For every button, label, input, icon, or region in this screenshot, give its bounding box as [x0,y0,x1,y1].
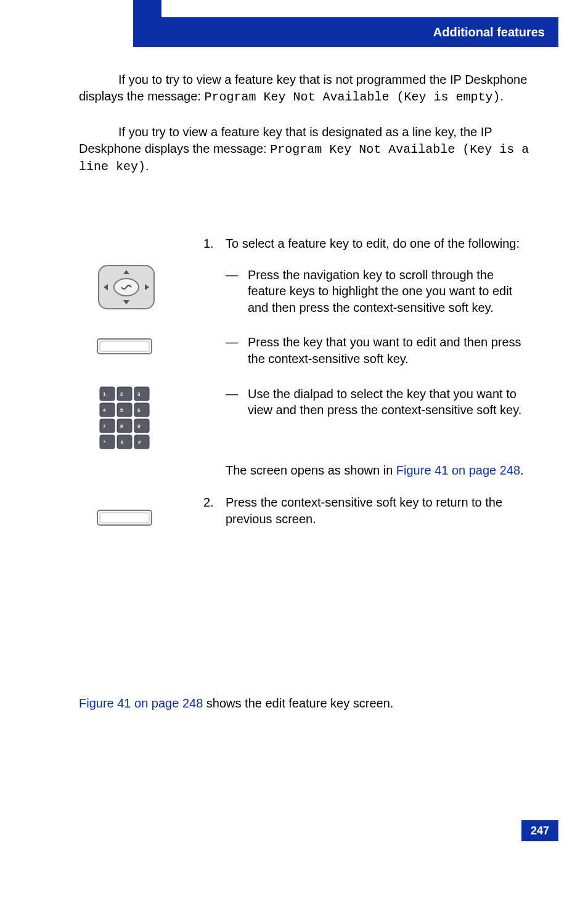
svg-rect-17 [134,419,149,433]
svg-rect-18 [100,435,115,449]
svg-text:0: 0 [121,439,124,445]
figure-link-closing[interactable]: Figure 41 on page 248 [79,696,203,710]
step-1-result-row: The screen opens as shown in Figure 41 o… [79,462,533,479]
steps-area: 1. To select a feature key to edit, do o… [79,235,533,539]
svg-rect-11 [134,387,149,401]
paragraph-1: If you to try to view a feature key that… [79,71,533,105]
step-1-bullet-a: Press the navigation key to scroll throu… [248,267,533,316]
step-1-number: 1. [203,235,226,252]
svg-rect-9 [100,387,115,401]
step-1-bullet-c: Use the dialpad to select the key that y… [248,386,533,418]
svg-text:7: 7 [103,423,106,429]
svg-text:6: 6 [137,407,141,413]
svg-rect-14 [134,403,149,417]
paragraph-2-period: . [145,159,149,173]
svg-rect-7 [100,341,149,351]
svg-rect-13 [117,403,132,417]
svg-text:#: # [138,439,141,445]
closing-paragraph: Figure 41 on page 248 shows the edit fea… [79,695,533,712]
navigation-pad-icon [96,263,157,311]
svg-text:3: 3 [137,391,141,397]
dash-icon: — [226,334,248,367]
svg-text:1: 1 [103,391,106,397]
page: Additional features If you to try to vie… [0,0,588,909]
svg-rect-12 [100,403,115,417]
header-title: Additional features [433,25,545,39]
svg-rect-34 [100,513,149,523]
dash-icon: — [226,267,248,316]
step-1-row-lead: 1. To select a feature key to edit, do o… [79,235,533,252]
svg-text:5: 5 [120,407,123,413]
svg-rect-20 [134,435,149,449]
figure-link-inline-1[interactable]: Figure 41 on page 248 [396,463,520,477]
step-2-row: 2. Press the context-sensitive soft key … [79,494,533,528]
page-number-box: 247 [521,820,558,841]
step-1-bullet-c-row: 123 456 789 *0# — Use the dialpad to sel… [79,382,533,451]
step-1-bullet-a-row: — Press the navigation key to scroll thr… [79,263,533,320]
svg-text:4: 4 [103,407,106,413]
header-tab-stub [133,0,161,17]
step-2-number: 2. [203,494,226,527]
svg-rect-10 [117,387,132,401]
svg-rect-15 [100,419,115,433]
svg-rect-19 [117,435,132,449]
paragraph-1-period: . [500,89,504,103]
step-1-bullet-b-row: — Press the key that you want to edit an… [79,330,533,370]
step-1-bullet-b: Press the key that you want to edit and … [248,334,533,367]
svg-text:8: 8 [120,423,123,429]
step-1-lead: To select a feature key to edit, do one … [226,235,533,252]
header-bar: Additional features [133,17,558,47]
step-1-result-a: The screen opens as shown in [226,463,396,477]
softkey-icon [96,508,153,528]
svg-text:2: 2 [120,391,123,397]
paragraph-2: If you try to view a feature key that is… [79,124,533,175]
body-content: If you to try to view a feature key that… [79,71,533,194]
step-2-text: Press the context-sensitive soft key to … [226,494,533,527]
closing-rest: shows the edit feature key screen. [203,696,393,710]
step-1-result: The screen opens as shown in Figure 41 o… [226,462,533,479]
softkey-icon [96,336,153,356]
dialpad-icon: 123 456 789 *0# [96,385,153,451]
svg-text:9: 9 [137,423,141,429]
step-1-result-b: . [520,463,524,477]
svg-rect-16 [117,419,132,433]
page-number: 247 [531,825,549,838]
dash-icon: — [226,386,248,418]
paragraph-1-code: Program Key Not Available (Key is empty) [204,90,500,104]
